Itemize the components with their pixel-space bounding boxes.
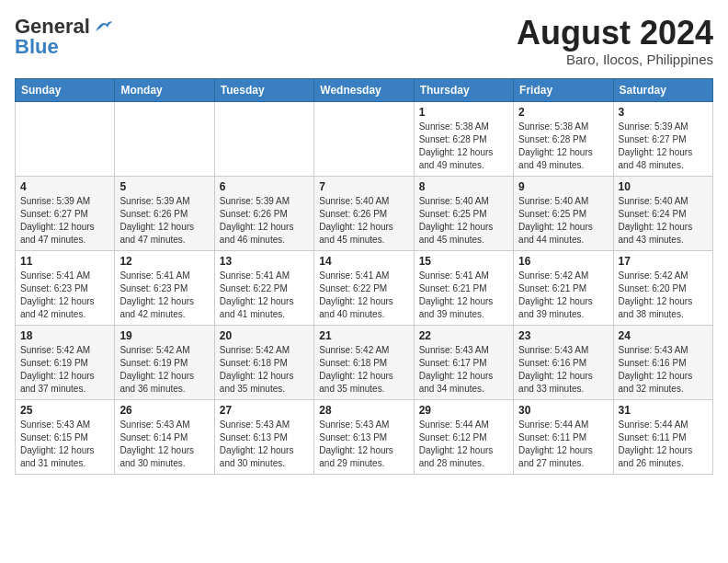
table-row: 29Sunrise: 5:44 AM Sunset: 6:12 PM Dayli… xyxy=(414,399,513,474)
day-info: Sunrise: 5:43 AM Sunset: 6:13 PM Dayligh… xyxy=(220,419,309,470)
calendar-header-row: Sunday Monday Tuesday Wednesday Thursday… xyxy=(16,78,713,101)
table-row: 22Sunrise: 5:43 AM Sunset: 6:17 PM Dayli… xyxy=(414,325,513,399)
day-info: Sunrise: 5:44 AM Sunset: 6:11 PM Dayligh… xyxy=(619,419,708,470)
col-tuesday: Tuesday xyxy=(214,78,313,101)
day-info: Sunrise: 5:43 AM Sunset: 6:16 PM Dayligh… xyxy=(518,344,608,396)
table-row xyxy=(16,101,115,176)
day-info: Sunrise: 5:39 AM Sunset: 6:26 PM Dayligh… xyxy=(220,195,309,247)
day-number: 7 xyxy=(319,180,408,193)
day-number: 16 xyxy=(518,255,608,268)
day-info: Sunrise: 5:42 AM Sunset: 6:19 PM Dayligh… xyxy=(119,344,209,396)
table-row: 17Sunrise: 5:42 AM Sunset: 6:20 PM Dayli… xyxy=(613,250,712,325)
day-number: 26 xyxy=(119,404,209,417)
day-number: 19 xyxy=(119,329,209,342)
month-year: August 2024 xyxy=(517,15,713,52)
day-info: Sunrise: 5:39 AM Sunset: 6:27 PM Dayligh… xyxy=(619,121,708,172)
calendar-week-row: 4Sunrise: 5:39 AM Sunset: 6:27 PM Daylig… xyxy=(16,176,713,250)
day-info: Sunrise: 5:42 AM Sunset: 6:20 PM Dayligh… xyxy=(619,270,708,321)
day-number: 4 xyxy=(20,180,109,193)
calendar-week-row: 18Sunrise: 5:42 AM Sunset: 6:19 PM Dayli… xyxy=(16,325,713,399)
calendar-week-row: 11Sunrise: 5:41 AM Sunset: 6:23 PM Dayli… xyxy=(16,250,713,325)
title-block: August 2024 Baro, Ilocos, Philippines xyxy=(517,15,713,67)
day-number: 31 xyxy=(619,404,708,417)
col-friday: Friday xyxy=(514,78,613,101)
day-number: 5 xyxy=(119,180,209,193)
table-row: 27Sunrise: 5:43 AM Sunset: 6:13 PM Dayli… xyxy=(214,399,313,474)
table-row: 19Sunrise: 5:42 AM Sunset: 6:19 PM Dayli… xyxy=(115,325,214,399)
table-row: 5Sunrise: 5:39 AM Sunset: 6:26 PM Daylig… xyxy=(115,176,214,250)
page-header: General Blue August 2024 Baro, Ilocos, P… xyxy=(15,15,713,67)
day-info: Sunrise: 5:44 AM Sunset: 6:12 PM Dayligh… xyxy=(419,419,508,470)
table-row: 21Sunrise: 5:42 AM Sunset: 6:18 PM Dayli… xyxy=(314,325,414,399)
table-row: 31Sunrise: 5:44 AM Sunset: 6:11 PM Dayli… xyxy=(613,399,712,474)
day-number: 3 xyxy=(619,106,708,119)
table-row: 15Sunrise: 5:41 AM Sunset: 6:21 PM Dayli… xyxy=(414,250,513,325)
day-info: Sunrise: 5:43 AM Sunset: 6:13 PM Dayligh… xyxy=(319,419,408,470)
table-row: 11Sunrise: 5:41 AM Sunset: 6:23 PM Dayli… xyxy=(16,250,115,325)
day-info: Sunrise: 5:40 AM Sunset: 6:26 PM Dayligh… xyxy=(319,195,408,247)
day-info: Sunrise: 5:43 AM Sunset: 6:17 PM Dayligh… xyxy=(419,344,508,396)
day-number: 8 xyxy=(419,180,508,193)
table-row: 26Sunrise: 5:43 AM Sunset: 6:14 PM Dayli… xyxy=(115,399,214,474)
col-sunday: Sunday xyxy=(16,78,115,101)
day-number: 22 xyxy=(419,329,508,342)
table-row: 25Sunrise: 5:43 AM Sunset: 6:15 PM Dayli… xyxy=(16,399,115,474)
day-number: 29 xyxy=(419,404,508,417)
day-number: 6 xyxy=(220,180,309,193)
day-info: Sunrise: 5:42 AM Sunset: 6:19 PM Dayligh… xyxy=(20,344,109,396)
table-row: 8Sunrise: 5:40 AM Sunset: 6:25 PM Daylig… xyxy=(414,176,513,250)
table-row: 13Sunrise: 5:41 AM Sunset: 6:22 PM Dayli… xyxy=(214,250,313,325)
table-row: 12Sunrise: 5:41 AM Sunset: 6:23 PM Dayli… xyxy=(115,250,214,325)
day-info: Sunrise: 5:41 AM Sunset: 6:22 PM Dayligh… xyxy=(220,270,309,321)
logo-blue: Blue xyxy=(15,35,59,59)
day-number: 12 xyxy=(119,255,209,268)
calendar-week-row: 1Sunrise: 5:38 AM Sunset: 6:28 PM Daylig… xyxy=(16,101,713,176)
table-row: 14Sunrise: 5:41 AM Sunset: 6:22 PM Dayli… xyxy=(314,250,414,325)
table-row: 9Sunrise: 5:40 AM Sunset: 6:25 PM Daylig… xyxy=(514,176,613,250)
day-number: 30 xyxy=(518,404,608,417)
table-row: 16Sunrise: 5:42 AM Sunset: 6:21 PM Dayli… xyxy=(514,250,613,325)
day-info: Sunrise: 5:41 AM Sunset: 6:22 PM Dayligh… xyxy=(319,270,408,321)
day-info: Sunrise: 5:41 AM Sunset: 6:23 PM Dayligh… xyxy=(119,270,209,321)
day-info: Sunrise: 5:41 AM Sunset: 6:21 PM Dayligh… xyxy=(419,270,508,321)
table-row xyxy=(314,101,414,176)
col-wednesday: Wednesday xyxy=(314,78,414,101)
day-info: Sunrise: 5:42 AM Sunset: 6:18 PM Dayligh… xyxy=(220,344,309,396)
table-row: 6Sunrise: 5:39 AM Sunset: 6:26 PM Daylig… xyxy=(214,176,313,250)
logo: General Blue xyxy=(15,15,114,59)
day-info: Sunrise: 5:42 AM Sunset: 6:21 PM Dayligh… xyxy=(518,270,608,321)
day-number: 21 xyxy=(319,329,408,342)
day-number: 14 xyxy=(319,255,408,268)
table-row: 10Sunrise: 5:40 AM Sunset: 6:24 PM Dayli… xyxy=(613,176,712,250)
col-saturday: Saturday xyxy=(613,78,712,101)
day-number: 13 xyxy=(220,255,309,268)
day-info: Sunrise: 5:41 AM Sunset: 6:23 PM Dayligh… xyxy=(20,270,109,321)
day-info: Sunrise: 5:43 AM Sunset: 6:15 PM Dayligh… xyxy=(20,419,109,470)
table-row xyxy=(115,101,214,176)
table-row xyxy=(214,101,313,176)
table-row: 23Sunrise: 5:43 AM Sunset: 6:16 PM Dayli… xyxy=(514,325,613,399)
table-row: 2Sunrise: 5:38 AM Sunset: 6:28 PM Daylig… xyxy=(514,101,613,176)
day-info: Sunrise: 5:40 AM Sunset: 6:25 PM Dayligh… xyxy=(518,195,608,247)
day-number: 23 xyxy=(518,329,608,342)
day-info: Sunrise: 5:43 AM Sunset: 6:16 PM Dayligh… xyxy=(619,344,708,396)
day-info: Sunrise: 5:39 AM Sunset: 6:26 PM Dayligh… xyxy=(119,195,209,247)
day-number: 1 xyxy=(419,106,508,119)
day-info: Sunrise: 5:43 AM Sunset: 6:14 PM Dayligh… xyxy=(119,419,209,470)
table-row: 18Sunrise: 5:42 AM Sunset: 6:19 PM Dayli… xyxy=(16,325,115,399)
table-row: 28Sunrise: 5:43 AM Sunset: 6:13 PM Dayli… xyxy=(314,399,414,474)
location: Baro, Ilocos, Philippines xyxy=(517,52,713,67)
table-row: 20Sunrise: 5:42 AM Sunset: 6:18 PM Dayli… xyxy=(214,325,313,399)
day-number: 15 xyxy=(419,255,508,268)
day-info: Sunrise: 5:38 AM Sunset: 6:28 PM Dayligh… xyxy=(518,121,608,172)
day-number: 25 xyxy=(20,404,109,417)
day-number: 11 xyxy=(20,255,109,268)
table-row: 7Sunrise: 5:40 AM Sunset: 6:26 PM Daylig… xyxy=(314,176,414,250)
col-monday: Monday xyxy=(115,78,214,101)
day-number: 27 xyxy=(220,404,309,417)
day-number: 20 xyxy=(220,329,309,342)
day-info: Sunrise: 5:42 AM Sunset: 6:18 PM Dayligh… xyxy=(319,344,408,396)
day-number: 10 xyxy=(619,180,708,193)
logo-bird-icon xyxy=(94,18,114,35)
day-info: Sunrise: 5:39 AM Sunset: 6:27 PM Dayligh… xyxy=(20,195,109,247)
